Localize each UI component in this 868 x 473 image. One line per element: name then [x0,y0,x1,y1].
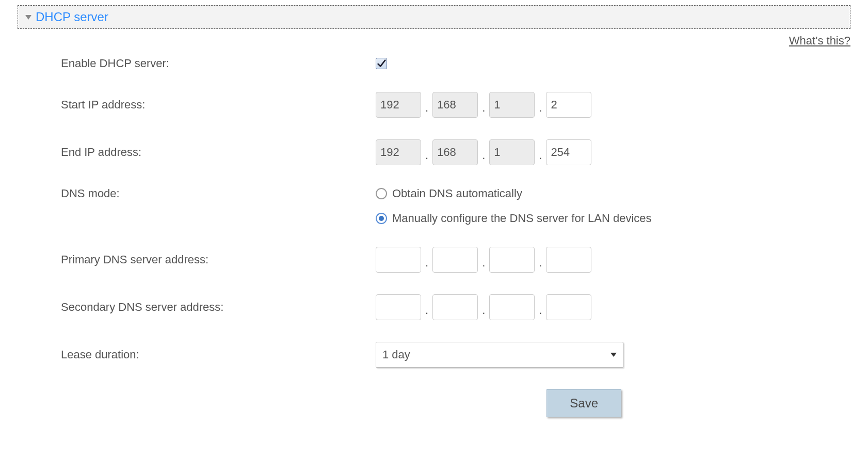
start-ip-octet-3 [489,92,535,118]
lease-selected-value: 1 day [382,348,410,361]
row-secondary-dns: Secondary DNS server address: . . . [61,294,756,320]
row-end-ip: End IP address: . . . [61,139,756,165]
start-ip-octet-2 [432,92,478,118]
lease-duration-select[interactable]: 1 day [376,342,623,368]
dns-mode-auto-label: Obtain DNS automatically [392,187,522,200]
start-ip-octet-1 [376,92,421,118]
label-enable: Enable DHCP server: [61,57,376,70]
label-dns-mode: DNS mode: [61,187,376,200]
label-primary-dns: Primary DNS server address: [61,253,376,266]
section-title: DHCP server [36,10,108,24]
ip-dot: . [538,256,543,273]
secondary-dns-octet-1[interactable] [376,294,421,320]
primary-dns-octet-2[interactable] [432,247,478,273]
help-link[interactable]: What's this? [789,34,850,47]
end-ip-octet-2 [432,139,478,165]
dhcp-form: Enable DHCP server: Start IP address: . … [18,57,756,417]
ip-dot: . [424,101,429,118]
check-icon [377,59,386,68]
ip-dot: . [538,101,543,118]
ip-dot: . [424,149,429,165]
radio-icon [376,188,387,199]
ip-dot: . [481,304,486,320]
end-ip-octet-4[interactable] [546,139,591,165]
primary-dns-octet-3[interactable] [489,247,535,273]
save-row: Save [61,389,756,417]
ip-dot: . [424,304,429,320]
ip-dot: . [481,149,486,165]
primary-dns-octet-1[interactable] [376,247,421,273]
end-ip-octet-1 [376,139,421,165]
chevron-down-icon [25,15,31,20]
enable-dhcp-checkbox[interactable] [376,58,387,69]
dns-mode-auto-option[interactable]: Obtain DNS automatically [376,187,652,200]
row-start-ip: Start IP address: . . . [61,92,756,118]
row-dns-mode: DNS mode: Obtain DNS automatically Manua… [61,187,756,225]
label-end-ip: End IP address: [61,146,376,159]
row-enable: Enable DHCP server: [61,57,756,70]
row-primary-dns: Primary DNS server address: . . . [61,247,756,273]
label-start-ip: Start IP address: [61,98,376,112]
secondary-dns-octet-4[interactable] [546,294,591,320]
ip-dot: . [424,256,429,273]
dns-mode-radio-group: Obtain DNS automatically Manually config… [376,187,652,225]
secondary-dns-octet-2[interactable] [432,294,478,320]
end-ip-octet-3 [489,139,535,165]
section-header[interactable]: DHCP server [18,5,850,29]
row-lease: Lease duration: 1 day [61,342,756,368]
dns-mode-manual-label: Manually configure the DNS server for LA… [392,212,652,225]
start-ip-octet-4[interactable] [546,92,591,118]
ip-dot: . [481,101,486,118]
primary-dns-octet-4[interactable] [546,247,591,273]
help-row: What's this? [18,29,850,57]
secondary-dns-octet-3[interactable] [489,294,535,320]
radio-icon [376,213,387,224]
dns-mode-manual-option[interactable]: Manually configure the DNS server for LA… [376,212,652,225]
chevron-down-icon [610,353,617,357]
label-lease: Lease duration: [61,348,376,361]
save-button[interactable]: Save [546,389,621,417]
ip-dot: . [538,149,543,165]
ip-dot: . [481,256,486,273]
ip-dot: . [538,304,543,320]
label-secondary-dns: Secondary DNS server address: [61,301,376,314]
